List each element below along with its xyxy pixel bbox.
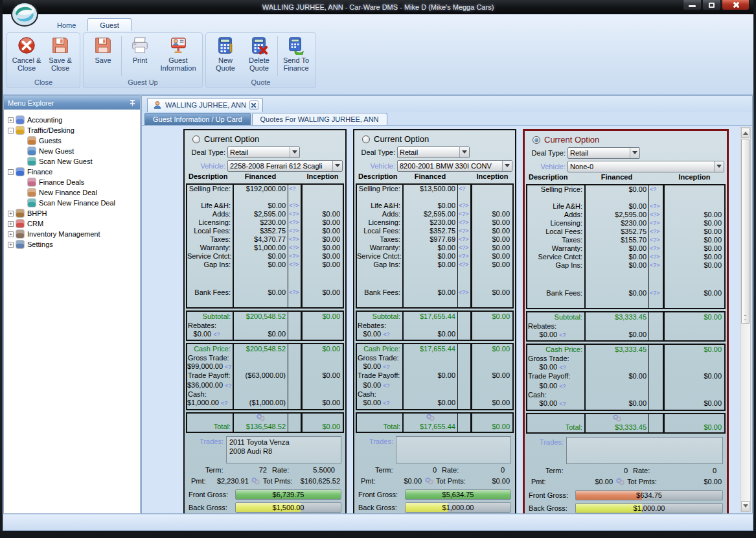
fee-inception-value[interactable]: $0.00 xyxy=(303,210,343,218)
fee-financed-value[interactable]: $13,500.00 xyxy=(402,185,458,193)
fee-inception-value[interactable]: $0.00 xyxy=(303,244,343,252)
term-value[interactable]: 0 xyxy=(578,467,633,476)
fee-inception-value[interactable]: $0.00 xyxy=(665,261,724,270)
fee-inception-value[interactable] xyxy=(472,202,512,210)
fee-financed-value[interactable]: $155.70 xyxy=(584,236,649,244)
fee-helper-link[interactable]: <?> xyxy=(458,202,472,210)
chevron-down-icon[interactable] xyxy=(459,147,469,158)
rate-value[interactable]: 5.5000 xyxy=(306,466,340,475)
fee-inception-value[interactable]: $0.00 xyxy=(665,219,724,228)
fee-inception-value[interactable]: $0.00 xyxy=(472,252,512,261)
fee-financed-value[interactable]: $352.75 xyxy=(402,227,458,235)
fee-helper-link[interactable]: <? xyxy=(288,185,303,193)
fee-financed-value[interactable]: $0.00 xyxy=(233,261,288,269)
cash-helper-link[interactable]: <? xyxy=(383,400,389,406)
scroll-up-icon[interactable] xyxy=(741,128,750,138)
sidebar-item-settings[interactable]: +Settings xyxy=(8,239,140,250)
cash-value[interactable]: $1,000.00 xyxy=(187,399,219,406)
expander-icon[interactable]: + xyxy=(8,242,14,248)
current-option-radio[interactable] xyxy=(362,135,370,143)
close-button[interactable] xyxy=(722,0,750,10)
vertical-scrollbar[interactable] xyxy=(740,127,751,512)
fee-inception-value[interactable] xyxy=(303,185,343,193)
fee-helper-link[interactable]: <? xyxy=(649,185,665,194)
fee-helper-link[interactable]: <?> xyxy=(288,235,303,244)
expander-icon[interactable]: - xyxy=(8,128,14,134)
fee-helper-link[interactable]: <?> xyxy=(649,236,665,244)
fee-financed-value[interactable]: $0.00 xyxy=(402,202,458,210)
fee-helper-link[interactable]: <?> xyxy=(649,253,665,261)
fee-helper-link[interactable]: <?> xyxy=(649,211,665,219)
fee-helper-link[interactable]: <?> xyxy=(288,227,303,235)
save-button[interactable]: Save xyxy=(86,34,120,78)
send-to-finance-button[interactable]: Send To Finance xyxy=(279,34,313,78)
scrollbar-thumb[interactable] xyxy=(741,139,750,324)
ribbon-tab-guest[interactable]: Guest xyxy=(87,18,131,31)
fee-financed-value[interactable]: $0.00 xyxy=(402,288,458,297)
sidebar-item-crm[interactable]: +CRM xyxy=(8,218,140,229)
sidebar-item-accounting[interactable]: +Accounting xyxy=(8,115,140,125)
fee-inception-value[interactable]: $0.00 xyxy=(665,228,724,236)
cash-value[interactable]: $0.00 xyxy=(540,399,558,407)
fee-helper-link[interactable]: <?> xyxy=(649,244,665,253)
cash-value[interactable]: $0.00 xyxy=(363,399,382,406)
fee-financed-value[interactable]: $0.00 xyxy=(402,261,458,269)
gross-trade-helper-link[interactable]: <? xyxy=(559,364,566,371)
chevron-down-icon[interactable] xyxy=(630,148,639,158)
fee-financed-value[interactable]: $1,000.00 xyxy=(233,244,288,252)
fee-helper-link[interactable]: <?> xyxy=(649,219,665,228)
fee-inception-value[interactable]: $0.00 xyxy=(472,227,512,235)
sidebar-item-finance-deals[interactable]: Finance Deals xyxy=(8,177,140,187)
expander-icon[interactable]: - xyxy=(8,169,14,175)
fee-financed-value[interactable]: $0.00 xyxy=(584,289,649,298)
fee-helper-link[interactable]: <?> xyxy=(649,289,665,298)
sidebar-item-scan-new-guest[interactable]: Scan New Guest xyxy=(8,156,140,167)
fee-inception-value[interactable]: $0.00 xyxy=(665,289,724,298)
document-tab[interactable]: WALLING JURHEE, ANN xyxy=(147,98,263,112)
current-option-radio[interactable] xyxy=(192,135,200,143)
fee-helper-link[interactable]: <?> xyxy=(458,210,472,218)
ribbon-tab-home[interactable]: Home xyxy=(45,19,87,31)
chevron-down-icon[interactable] xyxy=(502,161,512,171)
fee-financed-value[interactable]: $4,370.77 xyxy=(233,235,288,244)
vehicle-select[interactable]: None-0 xyxy=(567,161,724,172)
fee-financed-value[interactable]: $0.00 xyxy=(584,202,649,211)
gross-trade-value[interactable]: $0.00 xyxy=(363,362,382,370)
fee-financed-value[interactable]: $352.75 xyxy=(584,228,649,236)
term-value[interactable]: 72 xyxy=(238,466,272,475)
fee-financed-value[interactable]: $0.00 xyxy=(584,253,649,261)
fee-helper-link[interactable]: <?> xyxy=(649,228,665,236)
fee-helper-link[interactable]: <?> xyxy=(288,288,303,297)
sidebar-item-traffic-desking[interactable]: -Traffic/Desking xyxy=(8,125,140,135)
rebates-value[interactable]: $0.00 xyxy=(194,330,212,338)
fee-financed-value[interactable]: $0.00 xyxy=(233,288,288,297)
fee-inception-value[interactable] xyxy=(303,202,343,210)
fee-inception-value[interactable]: $0.00 xyxy=(303,218,343,227)
trade-payoff-helper-link[interactable]: <? xyxy=(383,382,389,389)
fee-financed-value[interactable]: $192,000.00 xyxy=(233,185,288,193)
cancel-close-button[interactable]: Cancel & Close xyxy=(10,34,43,78)
gross-trade-helper-link[interactable]: <? xyxy=(225,364,231,370)
fee-inception-value[interactable]: $0.00 xyxy=(472,244,512,252)
fee-financed-value[interactable]: $0.00 xyxy=(233,202,288,210)
chevron-down-icon[interactable] xyxy=(290,147,299,158)
expander-icon[interactable]: + xyxy=(8,221,14,227)
link-icon[interactable] xyxy=(251,477,260,485)
trades-input[interactable] xyxy=(396,436,511,463)
fee-helper-link[interactable]: <? xyxy=(458,185,472,193)
deal-type-select[interactable]: Retail xyxy=(567,147,640,159)
term-value[interactable]: 0 xyxy=(407,466,442,475)
restore-button[interactable] xyxy=(702,0,721,10)
rate-value[interactable]: 0 xyxy=(475,466,510,475)
fee-financed-value[interactable]: $230.00 xyxy=(584,219,649,228)
fee-helper-link[interactable]: <?> xyxy=(458,218,472,227)
fee-financed-value[interactable]: $0.00 xyxy=(402,244,458,252)
link-icon[interactable] xyxy=(615,478,625,485)
vehicle-select[interactable]: 8200-2001 BMW 330I CONV xyxy=(397,160,512,172)
trade-payoff-value[interactable]: $0.00 xyxy=(540,382,558,390)
sidebar-item-guests[interactable]: Guests xyxy=(8,135,140,146)
fee-inception-value[interactable]: $0.00 xyxy=(303,227,343,235)
fee-helper-link[interactable]: <?> xyxy=(288,261,303,269)
fee-inception-value[interactable] xyxy=(665,185,724,194)
minimize-button[interactable] xyxy=(683,0,702,10)
